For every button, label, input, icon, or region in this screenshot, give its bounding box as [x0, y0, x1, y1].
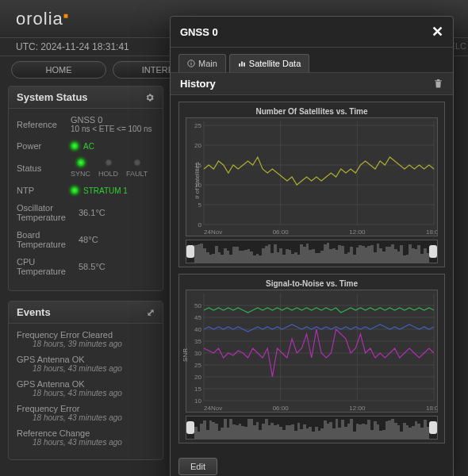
power-value: AC [83, 142, 94, 151]
osc-temp-value: 36.1°C [79, 208, 105, 217]
chart-icon [238, 60, 246, 67]
svg-rect-2 [191, 62, 192, 63]
cpu-temp-label: CPU Temperature [17, 257, 74, 276]
svg-text:0: 0 [198, 221, 202, 228]
chart-snr: Signal-to-Noise vs. Time SNR 10152025303… [178, 274, 445, 443]
svg-text:12:00: 12:00 [349, 405, 366, 412]
info-icon [187, 60, 195, 67]
svg-text:5: 5 [198, 202, 202, 209]
board-temp-label: Board Temperature [17, 230, 74, 249]
close-icon[interactable]: ✕ [432, 23, 443, 40]
tab-satellite-data[interactable]: Satellite Data [229, 54, 309, 72]
chart-overview[interactable] [186, 416, 438, 440]
range-handle-right[interactable] [429, 421, 437, 434]
history-heading: History [180, 78, 216, 90]
chart-title: Signal-to-Noise vs. Time [182, 278, 441, 290]
board-temp-value: 48°C [79, 235, 98, 244]
range-handle-left[interactable] [186, 245, 194, 258]
event-row: Frequency Error Cleared18 hours, 39 minu… [17, 330, 155, 348]
ntp-led-icon [71, 186, 79, 194]
events-panel: Events ⤢ Frequency Error Cleared18 hours… [8, 301, 163, 460]
chart-title: Number Of Satellites vs. Time [182, 106, 441, 117]
status-label: Status [17, 163, 66, 173]
svg-rect-5 [244, 63, 245, 67]
ntp-value: STRATUM 1 [83, 186, 128, 195]
svg-text:15: 15 [194, 386, 201, 393]
svg-text:20: 20 [194, 374, 201, 381]
reference-label: Reference [17, 120, 66, 129]
utc-timestamp: 2024-11-24 18:31:41 [40, 41, 129, 52]
event-row: GPS Antenna OK18 hours, 43 minutes ago [17, 379, 155, 397]
logo: orolia■ [16, 9, 69, 29]
power-label: Power [17, 141, 66, 151]
hold-led-icon [105, 159, 113, 167]
panel-title: System Status [17, 91, 88, 103]
svg-text:12:00: 12:00 [349, 228, 366, 236]
expand-icon[interactable]: ⤢ [147, 307, 155, 318]
chart-area[interactable]: SNR 10152025303540455024Nov06:0012:0018:… [186, 290, 438, 413]
ntp-label: NTP [17, 186, 66, 195]
svg-text:35: 35 [194, 338, 201, 345]
svg-rect-3 [239, 63, 240, 67]
svg-text:20: 20 [194, 142, 201, 149]
sync-led-icon [77, 159, 85, 167]
svg-text:50: 50 [194, 302, 201, 309]
reference-ete: 10 ns < ETE <= 100 ns [71, 125, 152, 133]
svg-text:06:00: 06:00 [273, 228, 290, 236]
fault-led-icon [133, 159, 141, 167]
modal-title: GNSS 0 [180, 26, 218, 38]
svg-text:24Nov: 24Nov [204, 405, 222, 412]
event-row: Reference Change18 hours, 43 minutes ago [17, 428, 155, 447]
svg-rect-1 [191, 63, 192, 65]
reference-value: GNSS 0 [71, 115, 152, 125]
system-status-panel: System Status Reference GNSS 0 10 ns < E… [8, 86, 163, 291]
svg-text:25: 25 [194, 122, 201, 129]
chart-overview[interactable] [186, 240, 438, 263]
nav-home-button[interactable]: HOME [11, 61, 106, 79]
gear-icon[interactable] [145, 93, 155, 102]
range-handle-left[interactable] [186, 421, 194, 434]
svg-text:10: 10 [194, 397, 201, 405]
svg-text:30: 30 [194, 350, 201, 357]
svg-text:24Nov: 24Nov [204, 228, 222, 236]
osc-temp-label: Oscillator Temperature [17, 203, 74, 222]
svg-text:45: 45 [194, 314, 201, 321]
svg-text:25: 25 [194, 362, 201, 369]
svg-text:40: 40 [194, 326, 201, 333]
power-led-icon [71, 142, 79, 150]
gnss-modal: GNSS 0 ✕ Main Satellite Data History Num… [170, 16, 454, 476]
edit-button[interactable]: Edit [178, 458, 217, 475]
chart-area[interactable]: # of satellites 051015202524Nov06:0012:0… [186, 117, 438, 236]
cpu-temp-value: 58.5°C [79, 262, 105, 271]
range-handle-right[interactable] [429, 245, 437, 258]
trash-icon[interactable] [433, 79, 443, 89]
chart-satellites: Number Of Satellites vs. Time # of satel… [178, 102, 445, 267]
svg-rect-4 [241, 62, 243, 67]
event-row: GPS Antenna OK18 hours, 43 minutes ago [17, 355, 155, 373]
event-row: Frequency Error18 hours, 43 minutes ago [17, 404, 155, 422]
svg-text:06:00: 06:00 [273, 405, 290, 412]
tab-main[interactable]: Main [178, 54, 226, 72]
svg-text:18:00: 18:00 [426, 228, 437, 236]
svg-text:18:00: 18:00 [426, 405, 437, 412]
panel-title: Events [17, 306, 51, 318]
